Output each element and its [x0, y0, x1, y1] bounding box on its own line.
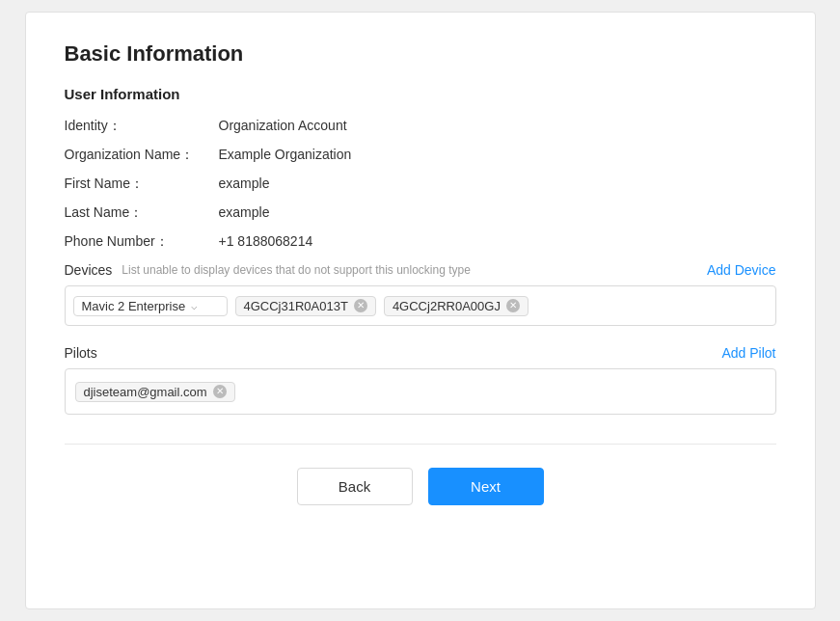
devices-left: Devices List unable to display devices t…	[65, 262, 471, 278]
last-name-value: example	[219, 204, 270, 220]
device-tag-1-value: 4GCCj31R0A013T	[244, 299, 348, 313]
page-title: Basic Information	[65, 41, 776, 67]
device-tag-2: 4GCCj2RR0A00GJ ✕	[384, 296, 528, 316]
footer-buttons: Back Next	[65, 468, 776, 505]
devices-label: Devices	[65, 262, 113, 278]
devices-hint: List unable to display devices that do n…	[122, 263, 471, 277]
next-button[interactable]: Next	[428, 468, 544, 505]
main-card: Basic Information User Information Ident…	[25, 12, 816, 609]
org-name-row: Organization Name： Example Organization	[65, 147, 776, 164]
identity-value: Organization Account	[219, 118, 347, 133]
last-name-label: Last Name：	[65, 204, 219, 222]
pilot-tag-1-value: djiseteam@gmail.com	[84, 385, 207, 399]
pilots-label: Pilots	[65, 345, 97, 361]
phone-value: +1 8188068214	[219, 233, 313, 249]
device-type-dropdown[interactable]: Mavic 2 Enterprise ⌵	[73, 296, 228, 316]
first-name-value: example	[219, 176, 270, 191]
phone-label: Phone Number：	[65, 233, 219, 251]
first-name-label: First Name：	[65, 176, 219, 193]
phone-row: Phone Number： +1 8188068214	[65, 233, 776, 251]
device-tag-1: 4GCCj31R0A013T ✕	[235, 296, 376, 316]
pilots-input-area: djiseteam@gmail.com ✕	[65, 368, 776, 415]
devices-header-row: Devices List unable to display devices t…	[65, 262, 776, 278]
back-button[interactable]: Back	[297, 468, 413, 505]
add-device-link[interactable]: Add Device	[707, 262, 776, 278]
devices-selector: Mavic 2 Enterprise ⌵ 4GCCj31R0A013T ✕ 4G…	[65, 285, 776, 326]
device-tag-2-value: 4GCCj2RR0A00GJ	[393, 299, 501, 313]
device-tag-1-close[interactable]: ✕	[354, 299, 367, 312]
device-tag-2-close[interactable]: ✕	[506, 299, 520, 312]
org-name-label: Organization Name：	[65, 147, 219, 164]
device-dropdown-value: Mavic 2 Enterprise	[82, 299, 186, 313]
pilot-tag-1: djiseteam@gmail.com ✕	[75, 382, 235, 402]
chevron-down-icon: ⌵	[191, 300, 198, 312]
section-title: User Information	[65, 86, 776, 102]
pilot-tag-1-close[interactable]: ✕	[213, 385, 227, 398]
add-pilot-link[interactable]: Add Pilot	[721, 345, 775, 361]
identity-label: Identity：	[65, 118, 219, 135]
pilots-header-row: Pilots Add Pilot	[65, 345, 776, 361]
section-divider	[65, 444, 776, 445]
first-name-row: First Name： example	[65, 176, 776, 193]
identity-row: Identity： Organization Account	[65, 118, 776, 135]
org-name-value: Example Organization	[219, 147, 352, 162]
last-name-row: Last Name： example	[65, 204, 776, 222]
